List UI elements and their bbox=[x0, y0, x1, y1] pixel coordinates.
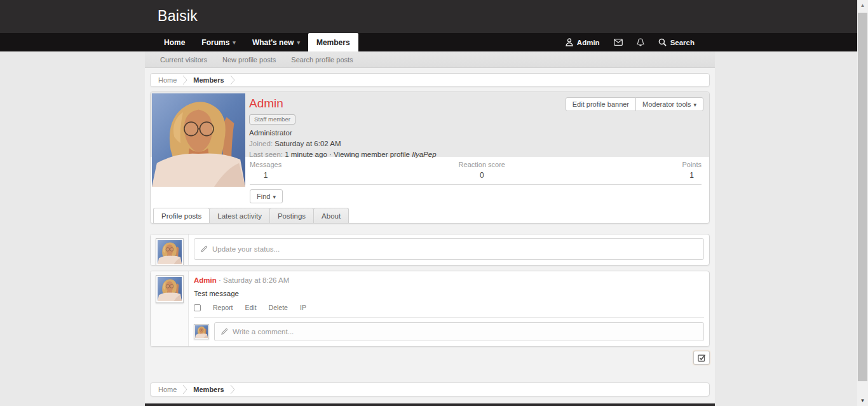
avatar[interactable] bbox=[156, 238, 184, 266]
breadcrumb-home[interactable]: Home bbox=[158, 76, 177, 84]
avatar-image bbox=[158, 240, 182, 264]
scrollbar-thumb[interactable] bbox=[858, 13, 867, 381]
post-actions: Report Edit Delete IP bbox=[194, 304, 704, 311]
chevron-down-icon: ▾ bbox=[693, 102, 696, 108]
tab-latest-activity[interactable]: Latest activity bbox=[209, 208, 270, 223]
nav-user-area: Admin Search bbox=[566, 33, 695, 51]
post-avatar-column bbox=[151, 271, 189, 346]
edit-link[interactable]: Edit bbox=[245, 304, 257, 311]
post-separator: · bbox=[219, 276, 221, 284]
status-input-box bbox=[194, 238, 704, 260]
moderation-row bbox=[150, 351, 710, 365]
breadcrumb-members[interactable]: Members bbox=[193, 386, 224, 393]
footer-strip bbox=[145, 403, 715, 406]
profile-username: Admin bbox=[249, 97, 437, 111]
bell-icon bbox=[637, 38, 644, 46]
scroll-up-arrow-icon[interactable]: ▲ bbox=[857, 0, 868, 11]
member-header-block: Admin Staff member Administrator Joined:… bbox=[150, 91, 710, 224]
post-author-link[interactable]: Admin bbox=[194, 276, 217, 284]
tab-profile-posts[interactable]: Profile posts bbox=[153, 208, 210, 223]
breadcrumb-bottom: Home Members bbox=[150, 382, 710, 396]
chevron-down-icon: ▾ bbox=[273, 194, 276, 200]
profile-action-buttons: Edit profile banner Moderator tools▾ bbox=[566, 97, 703, 111]
pencil-icon bbox=[220, 328, 228, 335]
profile-last-seen: Last seen: 1 minute ago · Viewing member… bbox=[249, 151, 437, 158]
delete-link[interactable]: Delete bbox=[269, 304, 288, 311]
inbox-button[interactable] bbox=[614, 39, 623, 46]
subnav-search-profile-posts[interactable]: Search profile posts bbox=[283, 56, 360, 64]
avatar-image bbox=[195, 325, 208, 338]
tab-about[interactable]: About bbox=[313, 208, 349, 223]
subnav-current-visitors[interactable]: Current visitors bbox=[153, 56, 215, 64]
checkbox-checked-icon bbox=[698, 354, 706, 362]
post-timestamp[interactable]: Saturday at 8:26 AM bbox=[223, 276, 289, 284]
site-logo[interactable]: Baisik bbox=[158, 8, 198, 25]
profile-photo[interactable] bbox=[152, 93, 245, 187]
nav-tabs: Home Forums▾ What's new▾ Members bbox=[156, 33, 358, 51]
vertical-scrollbar[interactable]: ▲ ▼ bbox=[857, 0, 868, 406]
main-navbar: Home Forums▾ What's new▾ Members Admin S… bbox=[0, 33, 857, 51]
nav-tab-members[interactable]: Members bbox=[308, 33, 358, 51]
staff-member-badge: Staff member bbox=[249, 114, 295, 125]
search-button[interactable]: Search bbox=[658, 38, 695, 46]
breadcrumb: Home Members bbox=[150, 73, 710, 87]
scroll-down-arrow-icon[interactable]: ▼ bbox=[857, 395, 868, 406]
stat-messages: Messages 1 bbox=[250, 161, 281, 180]
stat-reaction-score: Reaction score 0 bbox=[459, 161, 505, 180]
avatar-image bbox=[158, 277, 182, 301]
stat-points: Points 1 bbox=[682, 161, 702, 180]
comment-input-box bbox=[214, 322, 704, 341]
account-menu[interactable]: Admin bbox=[566, 38, 600, 46]
profile-role: Administrator bbox=[249, 129, 437, 137]
moderator-tools-button[interactable]: Moderator tools▾ bbox=[635, 97, 703, 111]
site-header: Baisik bbox=[0, 0, 857, 33]
avatar[interactable] bbox=[194, 324, 209, 339]
find-button[interactable]: Find▾ bbox=[250, 189, 283, 203]
pencil-icon bbox=[200, 245, 208, 253]
chevron-down-icon: ▾ bbox=[233, 39, 236, 46]
nav-tab-whats-new[interactable]: What's new▾ bbox=[244, 33, 308, 51]
profile-info: Admin Staff member Administrator Joined:… bbox=[249, 97, 437, 158]
profile-tabs: Profile posts Latest activity Postings A… bbox=[153, 208, 348, 223]
comment-composer bbox=[194, 317, 704, 341]
status-composer-block bbox=[150, 234, 710, 266]
breadcrumb-chevron-icon bbox=[230, 75, 235, 85]
breadcrumb-home[interactable]: Home bbox=[158, 386, 177, 393]
user-icon bbox=[566, 38, 573, 46]
breadcrumb-chevron-icon bbox=[230, 384, 235, 395]
breadcrumb-chevron-icon bbox=[182, 384, 187, 395]
post-select-checkbox[interactable] bbox=[194, 304, 201, 311]
subnav: Current visitors New profile posts Searc… bbox=[145, 51, 715, 68]
nav-tab-forums[interactable]: Forums▾ bbox=[193, 33, 244, 51]
subnav-new-profile-posts[interactable]: New profile posts bbox=[215, 56, 283, 64]
avatar[interactable] bbox=[156, 275, 184, 303]
profile-post: Admin · Saturday at 8:26 AM Test message… bbox=[150, 271, 710, 347]
ip-link[interactable]: IP bbox=[300, 304, 306, 311]
post-header: Admin · Saturday at 8:26 AM bbox=[194, 276, 704, 284]
report-link[interactable]: Report bbox=[213, 304, 233, 311]
chevron-down-icon: ▾ bbox=[297, 39, 300, 46]
edit-profile-banner-button[interactable]: Edit profile banner bbox=[566, 97, 636, 111]
post-message: Test message bbox=[194, 290, 704, 297]
status-input[interactable] bbox=[212, 245, 698, 253]
profile-joined: Joined: Saturday at 6:02 AM bbox=[249, 140, 437, 147]
composer-avatar-column bbox=[151, 234, 189, 265]
profile-stats: Messages 1 Reaction score 0 Points 1 bbox=[250, 161, 702, 180]
select-all-button[interactable] bbox=[693, 351, 710, 365]
breadcrumb-members[interactable]: Members bbox=[193, 76, 224, 84]
stats-divider bbox=[250, 184, 702, 185]
search-icon bbox=[658, 38, 667, 46]
breadcrumb-chevron-icon bbox=[182, 75, 187, 85]
alerts-button[interactable] bbox=[637, 38, 644, 46]
envelope-icon bbox=[614, 39, 623, 46]
comment-input[interactable] bbox=[233, 328, 698, 335]
content-column: Current visitors New profile posts Searc… bbox=[145, 51, 715, 406]
tab-postings[interactable]: Postings bbox=[269, 208, 314, 223]
nav-tab-home[interactable]: Home bbox=[156, 33, 193, 51]
